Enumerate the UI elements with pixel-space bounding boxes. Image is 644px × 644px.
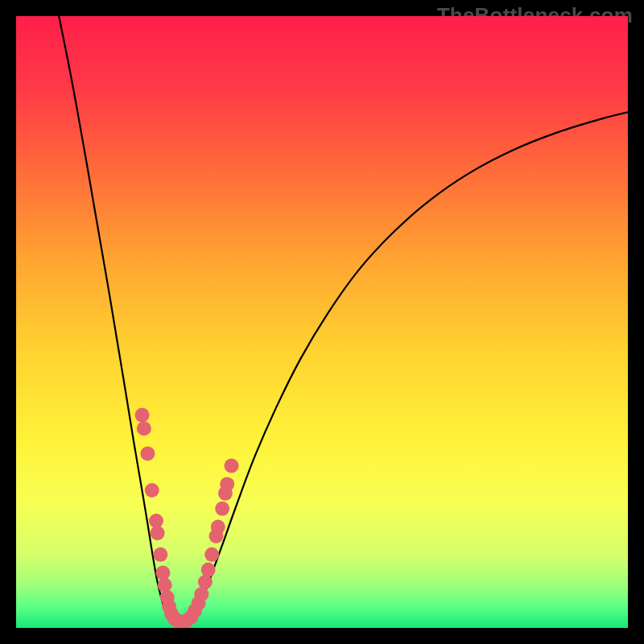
plot-area bbox=[16, 16, 628, 628]
data-point-marker bbox=[198, 575, 213, 589]
data-point-marker bbox=[135, 408, 150, 423]
data-point-marker bbox=[145, 483, 159, 497]
chart-svg bbox=[16, 16, 628, 628]
data-point-marker bbox=[158, 578, 172, 592]
data-point-marker bbox=[215, 502, 229, 516]
data-point-marker bbox=[194, 587, 208, 601]
data-point-marker bbox=[137, 421, 151, 436]
data-point-marker bbox=[153, 547, 167, 562]
data-point-marker bbox=[211, 520, 225, 535]
data-point-marker bbox=[204, 547, 219, 562]
data-point-marker bbox=[149, 514, 163, 528]
data-point-marker bbox=[225, 459, 239, 473]
data-point-marker bbox=[140, 446, 155, 460]
data-point-marker bbox=[151, 526, 165, 540]
data-point-marker bbox=[155, 566, 170, 580]
data-point-marker bbox=[201, 563, 216, 577]
chart-frame: TheBottleneck.com bbox=[0, 0, 644, 644]
data-point-marker bbox=[220, 477, 234, 491]
